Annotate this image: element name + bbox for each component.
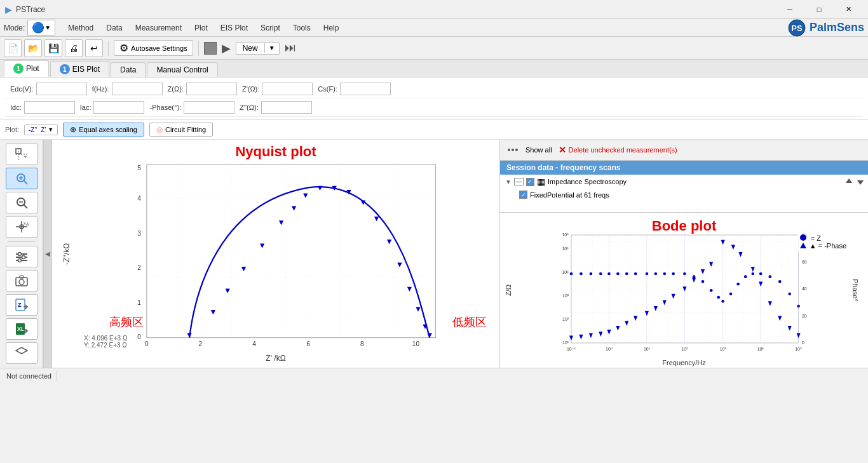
zoom-extents-button[interactable]: + <box>6 144 37 165</box>
menu-eis-plot[interactable]: EIS Plot <box>214 21 254 35</box>
zdprime-input[interactable] <box>261 101 312 114</box>
export-z-button[interactable]: Z <box>6 294 37 316</box>
camera-button[interactable] <box>6 270 37 292</box>
idc-label: Idc: <box>10 104 22 111</box>
zoom-out-button[interactable] <box>6 192 37 213</box>
tree-scroll-down[interactable] <box>855 177 865 187</box>
toolbar-sep1 <box>108 41 109 56</box>
svg-text:10¹: 10¹ <box>562 340 569 345</box>
nyquist-x-label: Z' /kΩ <box>266 354 285 363</box>
status-sep1 <box>57 371 57 381</box>
session-header: Session data - frequency scans <box>500 161 868 175</box>
play-button[interactable]: ▶ <box>222 41 231 55</box>
svg-point-119 <box>721 300 724 303</box>
mode-label: Mode: <box>4 23 25 32</box>
tree-expand-icon[interactable]: ▼ <box>505 178 512 185</box>
svg-text:10²: 10² <box>681 347 688 351</box>
svg-point-70 <box>508 149 510 151</box>
menu-method[interactable]: Method <box>62 21 100 35</box>
skip-end-button[interactable]: ⏭ <box>282 41 299 55</box>
nyquist-plot-container: Nyquist plot -Z''/kΩ 高频区 低频区 Z' /kΩ X: 4… <box>52 140 499 368</box>
menu-help[interactable]: Help <box>317 21 346 35</box>
crosshair-button[interactable]: x,y <box>6 216 37 238</box>
tree-item-root[interactable]: ▼ — ✓ ▦ Impedance Spectroscopy <box>500 175 632 189</box>
tree-scroll-up[interactable] <box>844 177 854 187</box>
tree-root-label: Impedance Spectroscopy <box>548 178 627 185</box>
phase-input[interactable] <box>184 101 234 114</box>
svg-point-71 <box>512 149 514 151</box>
equal-axes-button[interactable]: ⊕ Equal axes scaling <box>63 123 144 137</box>
svg-point-107 <box>616 272 620 276</box>
open-button[interactable]: 📂 <box>24 39 42 57</box>
tab-plot[interactable]: 1 Plot <box>4 60 49 77</box>
save-button[interactable]: 💾 <box>44 39 62 57</box>
idc-input[interactable] <box>24 101 75 114</box>
connection-status: Not connected <box>6 372 51 380</box>
iac-input[interactable] <box>93 101 144 114</box>
nyquist-svg: 0 2 4 6 8 10 0 1 2 3 4 5 <box>78 159 493 355</box>
export-excel-button[interactable]: XLS <box>6 318 37 340</box>
new-dropdown-arrow[interactable]: ▼ <box>264 43 279 53</box>
tab-eis-num: 1 <box>60 64 70 74</box>
autosave-label: Autosave Settings <box>131 44 187 52</box>
toolbar-divider1 <box>8 241 36 242</box>
svg-text:60: 60 <box>802 260 807 264</box>
minimize-button[interactable]: ─ <box>775 0 804 19</box>
show-all-button[interactable]: Show all <box>526 146 552 154</box>
menu-tools[interactable]: Tools <box>287 21 317 35</box>
tab-eis-plot[interactable]: 1 EIS Plot <box>50 61 109 77</box>
logo-text: PalmSens <box>810 21 864 34</box>
tree-item-child[interactable]: ✓ FixedPotential at 61 freqs <box>500 189 868 201</box>
tree-check-root[interactable]: ✓ <box>526 178 534 186</box>
delete-label: Delete unchecked measurement(s) <box>569 146 677 154</box>
bode-plot-container: Bode plot = Z ▲ = -Phase Z/Ω Phase° Freq… <box>500 213 868 368</box>
cs-input[interactable] <box>340 83 391 95</box>
plot-section: Nyquist plot -Z''/kΩ 高频区 低频区 Z' /kΩ X: 4… <box>52 140 499 368</box>
mode-selector[interactable]: 🔵 ▼ <box>27 20 55 36</box>
undo-button[interactable]: ↩ <box>85 39 103 57</box>
svg-point-102 <box>570 272 573 276</box>
layer-button[interactable] <box>6 342 37 364</box>
record-button[interactable] <box>204 42 217 55</box>
right-panel-header: Show all ✕ Delete unchecked measurement(… <box>500 140 868 161</box>
zoom-button[interactable] <box>6 168 37 189</box>
window-controls: ─ □ ✕ <box>775 0 863 19</box>
edc-input[interactable] <box>36 83 87 95</box>
menu-measurement[interactable]: Measurement <box>129 21 188 35</box>
svg-point-114 <box>683 272 686 276</box>
legend-phase: ▲ = -Phase <box>800 242 846 250</box>
new-label: New <box>236 43 264 54</box>
new-dropdown[interactable]: New ▼ <box>236 42 280 55</box>
circuit-fitting-button[interactable]: ◎ Circuit Fitting <box>149 123 213 137</box>
right-panel: Show all ✕ Delete unchecked measurement(… <box>499 140 868 368</box>
legend-z: = Z <box>800 234 846 242</box>
tab-bar: 1 Plot 1 EIS Plot Data Manual Control <box>0 60 868 77</box>
svg-point-123 <box>751 272 754 276</box>
maximize-button[interactable]: □ <box>804 0 834 19</box>
tab-data-label: Data <box>120 65 136 74</box>
tree-collapse-icon[interactable]: — <box>514 178 524 185</box>
autosave-button[interactable]: ⚙ Autosave Settings <box>114 40 193 56</box>
print-button[interactable]: 🖨 <box>65 39 83 57</box>
collapse-handle[interactable]: ◀ <box>43 140 52 368</box>
svg-text:10³: 10³ <box>562 293 569 298</box>
tree-check-child[interactable]: ✓ <box>519 191 527 199</box>
tab-eis-label: EIS Plot <box>72 65 100 74</box>
menu-data[interactable]: Data <box>100 21 128 35</box>
z-input[interactable] <box>186 83 237 95</box>
tab-data[interactable]: Data <box>111 62 146 77</box>
menu-script[interactable]: Script <box>254 21 287 35</box>
plot-selector-dropdown[interactable]: -Z'' Z' ▼ <box>24 124 58 135</box>
settings-button[interactable] <box>6 246 37 267</box>
tab-manual[interactable]: Manual Control <box>147 62 217 77</box>
menu-plot[interactable]: Plot <box>188 21 214 35</box>
new-file-button[interactable]: 📄 <box>4 39 22 57</box>
title-bar: ▶ PSTrace ─ □ ✕ <box>0 0 868 19</box>
freq-input[interactable] <box>112 83 163 95</box>
zprime-input[interactable] <box>262 83 313 95</box>
close-button[interactable]: ✕ <box>834 0 863 19</box>
delete-unchecked-button[interactable]: ✕ Delete unchecked measurement(s) <box>559 145 677 155</box>
svg-text:10⁵: 10⁵ <box>795 347 802 351</box>
edc-label: Edc(V): <box>10 85 34 93</box>
svg-point-20 <box>18 253 21 256</box>
